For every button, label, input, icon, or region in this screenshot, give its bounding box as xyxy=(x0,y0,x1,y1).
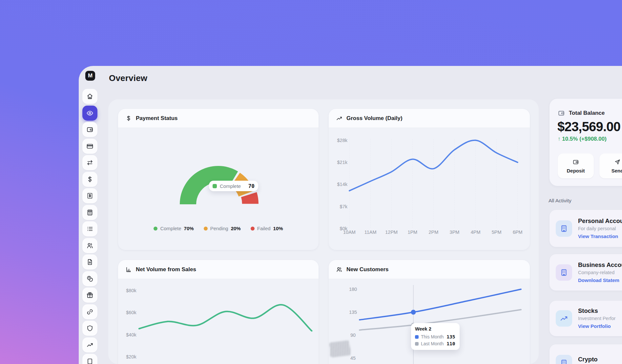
sidebar-item-trending-up[interactable] xyxy=(82,337,97,353)
sidebar-item-home[interactable] xyxy=(82,89,97,104)
activity-card-personal-account[interactable]: Personal AccountFor daily personalView T… xyxy=(549,210,622,247)
x-axis-label: 12PM xyxy=(385,230,398,235)
gross-volume-card: Gross Volume (Daily) $0k$7k$14k$21k$28k1… xyxy=(329,109,530,250)
sidebar-item-dollar[interactable] xyxy=(82,172,97,187)
cards-container: Payment Status Complete 70 Complete70%Pe… xyxy=(108,99,539,364)
sidebar-item-credit-card[interactable] xyxy=(82,139,97,154)
activity-icon-box xyxy=(556,220,572,237)
action-button-label: Deposit xyxy=(567,168,585,173)
transfer-arrows-icon xyxy=(86,159,93,166)
gauge-tooltip-swatch xyxy=(213,184,217,188)
activity-title: Business Account xyxy=(578,261,622,269)
new-customers-tooltip: Week 2 This Month135Last Month110 xyxy=(411,323,460,350)
activity-text: Personal AccountFor daily personalView T… xyxy=(578,210,622,247)
y-axis-label: $28k xyxy=(337,138,348,143)
activity-title: Crypto xyxy=(578,355,615,363)
activity-link[interactable]: View Portfolio xyxy=(578,322,615,330)
data-point-marker-this-month xyxy=(411,310,416,315)
page-title: Overview xyxy=(109,73,147,83)
activity-text: CryptoWallet & Exchang xyxy=(578,344,615,364)
legend-dot xyxy=(251,227,255,231)
wallet-icon xyxy=(572,159,579,165)
tooltip-label: This Month xyxy=(421,334,444,339)
net-volume-card: Net Volume from Sales $80k$60k$40k$20k xyxy=(118,260,319,364)
new-customers-card: New Customers 1801359045 Week 2 This Mon… xyxy=(329,260,530,364)
activity-subtitle: Company-related xyxy=(578,269,622,276)
y-axis-label: 90 xyxy=(350,333,356,338)
home-icon xyxy=(86,93,93,100)
sidebar-item-receipt[interactable] xyxy=(82,188,97,203)
legend-dot xyxy=(204,227,208,231)
y-axis-label: $40k xyxy=(126,332,136,337)
wallet-icon xyxy=(86,126,93,133)
shield-icon xyxy=(86,325,93,332)
sidebar-item-document[interactable] xyxy=(82,254,97,270)
sidebar-item-wallet[interactable] xyxy=(82,122,97,137)
activity-text: Business AccountCompany-relatedDownload … xyxy=(578,254,622,291)
sidebar-item-eye[interactable] xyxy=(82,106,97,121)
smudge-artifact xyxy=(329,340,351,357)
users-icon xyxy=(86,242,93,249)
sidebar-item-coins[interactable] xyxy=(82,271,97,286)
calculator-icon xyxy=(86,209,93,216)
building-icon xyxy=(560,224,568,233)
dashboard-panel: M Overview Payment Status Complete 70 Co… xyxy=(79,66,622,364)
payment-status-card-header: Payment Status xyxy=(118,109,319,128)
action-button-label: Send xyxy=(612,168,622,173)
activity-card-crypto[interactable]: CryptoWallet & Exchang xyxy=(549,344,622,364)
activity-text: StocksInvestment PerforView Portfolio xyxy=(578,301,615,336)
y-axis-label: $80k xyxy=(126,288,136,293)
x-axis-label: 5PM xyxy=(492,230,502,235)
y-axis-label: $14k xyxy=(337,182,348,187)
gift-icon xyxy=(86,292,93,299)
sidebar-item-shield[interactable] xyxy=(82,321,97,336)
legend-label: Complete xyxy=(160,226,181,231)
legend-value: 70% xyxy=(184,226,194,231)
trending-up-icon xyxy=(560,314,568,323)
dollar-icon xyxy=(86,176,93,183)
sidebar-item-link[interactable] xyxy=(82,304,97,319)
activity-icon-box xyxy=(556,310,572,327)
total-balance-label: Total Balance xyxy=(569,110,605,116)
building-icon xyxy=(560,268,568,277)
x-axis-label: 4PM xyxy=(471,230,481,235)
activity-heading: All Activity xyxy=(549,198,571,204)
gauge-tooltip: Complete 70 xyxy=(209,181,258,191)
tooltip-value: 135 xyxy=(446,334,455,339)
activity-link[interactable]: View Transaction xyxy=(578,232,622,240)
activity-subtitle: Investment Perfor xyxy=(578,315,615,322)
x-axis-label: 2PM xyxy=(428,230,438,235)
gauge-legend: Complete70%Pending20%Failed10% xyxy=(118,226,319,231)
sidebar-item-transfer-arrows[interactable] xyxy=(82,155,97,170)
app-logo[interactable]: M xyxy=(85,71,95,81)
payment-status-card-title: Payment Status xyxy=(136,115,178,122)
deposit-button[interactable]: Deposit xyxy=(558,153,594,178)
activity-title: Personal Account xyxy=(578,217,622,225)
receipt-icon xyxy=(86,192,93,199)
list-icon xyxy=(86,225,93,233)
legend-item-pending: Pending20% xyxy=(204,226,241,231)
credit-card-icon xyxy=(86,143,93,150)
sidebar-item-device[interactable] xyxy=(82,354,97,364)
activity-card-business-account[interactable]: Business AccountCompany-relatedDownload … xyxy=(549,254,622,291)
sidebar-item-calculator[interactable] xyxy=(82,205,97,220)
sidebar-item-users[interactable] xyxy=(82,238,97,253)
device-icon xyxy=(86,358,93,364)
y-axis-label: $21k xyxy=(337,160,348,165)
send-button[interactable]: Send xyxy=(599,153,622,178)
total-balance-card: Total Balance $23,569.00 ↑ 10.5% (+$908.… xyxy=(549,99,622,186)
legend-dot xyxy=(154,227,157,231)
gauge-segment-failed xyxy=(249,195,250,204)
sidebar-item-gift[interactable] xyxy=(82,288,97,303)
sidebar-item-list[interactable] xyxy=(82,221,97,236)
y-axis-label: 45 xyxy=(350,355,356,361)
activity-card-stocks[interactable]: StocksInvestment PerforView Portfolio xyxy=(549,301,622,336)
wallet-icon xyxy=(558,110,565,117)
y-axis-label: $60k xyxy=(126,310,136,315)
activity-link[interactable]: Download Statem xyxy=(578,276,622,284)
line-series-net-volume xyxy=(139,305,312,331)
total-balance-amount: $23,569.00 xyxy=(557,119,620,134)
legend-item-complete: Complete70% xyxy=(154,226,194,231)
legend-item-failed: Failed10% xyxy=(251,226,283,231)
line-series-this-month xyxy=(360,289,521,320)
